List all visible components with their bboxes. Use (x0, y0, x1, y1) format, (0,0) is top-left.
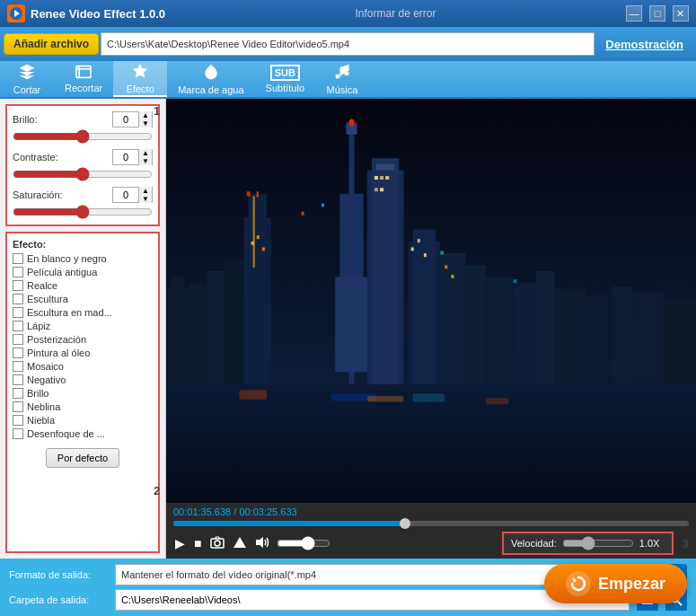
svg-rect-33 (440, 253, 465, 384)
brightness-label: Brillo: (13, 114, 38, 125)
svg-rect-11 (189, 283, 207, 384)
contrast-spinner[interactable]: ▲ ▼ (112, 149, 153, 165)
playback-section: 00:01:35.638 / 00:03:25.633 ▶ ■ (166, 503, 696, 559)
start-button[interactable]: Empezar (544, 564, 687, 603)
effect-item-desenfoque[interactable]: Desenfoque de ... (13, 428, 153, 439)
saturation-value[interactable] (113, 189, 138, 200)
expand-button[interactable] (232, 534, 248, 552)
saturation-spinner[interactable]: ▲ ▼ (112, 187, 153, 203)
tab-efecto[interactable]: Efecto (113, 61, 167, 97)
saturation-up-arrow[interactable]: ▲ (139, 187, 152, 195)
effect-item-niebla[interactable]: Niebla (13, 415, 153, 426)
effects-box: Efecto: En blanco y negro Película antig… (5, 232, 160, 553)
start-icon (566, 571, 591, 596)
effect-checkbox-bw[interactable] (13, 253, 23, 264)
tab-subtitulo-label: Subtítulo (266, 83, 304, 93)
tab-recortar[interactable]: Recortar (54, 61, 113, 97)
close-button[interactable]: ✕ (673, 5, 689, 22)
effect-label-pintura: Pintura al óleo (27, 348, 90, 358)
maximize-button[interactable]: □ (649, 5, 665, 22)
effect-checkbox-negativo[interactable] (13, 374, 23, 385)
contrast-down-arrow[interactable]: ▼ (139, 157, 152, 165)
effect-label-realce: Realce (27, 280, 57, 291)
brightness-spinner[interactable]: ▲ ▼ (112, 111, 153, 128)
effect-checkbox-realce[interactable] (13, 280, 23, 291)
tab-efecto-label: Efecto (127, 84, 154, 94)
contrast-slider[interactable] (13, 167, 153, 181)
brightness-down-arrow[interactable]: ▼ (139, 119, 152, 128)
effect-label-escultura-mad: Escultura en mad... (27, 307, 112, 318)
add-file-button[interactable]: Añadir archivo (4, 33, 99, 55)
svg-rect-28 (385, 176, 389, 180)
total-time: 00:03:25.633 (239, 506, 296, 517)
saturation-down-arrow[interactable]: ▼ (139, 195, 152, 203)
minimize-button[interactable]: — (626, 5, 642, 22)
tab-marca-agua[interactable]: Marca de agua (167, 61, 254, 97)
effect-checkbox-pelicula[interactable] (13, 267, 23, 277)
video-preview-area (166, 99, 696, 503)
svg-rect-41 (632, 291, 665, 383)
effect-checkbox-brillo[interactable] (13, 388, 23, 399)
effect-item-negativo[interactable]: Negativo (13, 374, 153, 385)
effect-checkbox-escultura-mad[interactable] (13, 307, 23, 318)
tab-cortar[interactable]: Cortar (0, 61, 54, 97)
effect-checkbox-escultura[interactable] (13, 294, 23, 304)
format-label: Formato de salida: (9, 569, 108, 580)
effect-checkbox-desenfoque[interactable] (13, 428, 23, 439)
effect-item-realce[interactable]: Realce (13, 280, 153, 291)
screenshot-button[interactable] (208, 534, 226, 553)
volume-slider[interactable] (277, 536, 330, 550)
tab-musica[interactable]: Música (315, 61, 369, 97)
effect-item-bw[interactable]: En blanco y negro (13, 253, 153, 264)
svg-rect-30 (380, 188, 383, 191)
brightness-slider[interactable] (13, 129, 153, 144)
watermark-icon (202, 63, 220, 83)
svg-point-56 (349, 119, 353, 124)
svg-marker-64 (233, 537, 246, 548)
title-bar: Renee Video Effect 1.0.0 Informar de err… (0, 0, 696, 27)
svg-rect-57 (247, 191, 251, 196)
effect-item-posterizacion[interactable]: Posterización (13, 334, 153, 345)
file-path-input[interactable] (101, 32, 595, 56)
default-button[interactable]: Por defecto (46, 448, 119, 468)
contrast-value[interactable] (113, 152, 138, 163)
app-icon (7, 4, 25, 22)
effect-item-brillo[interactable]: Brillo (13, 388, 153, 399)
brightness-value[interactable] (113, 114, 138, 125)
effect-checkbox-niebla[interactable] (13, 415, 23, 426)
brightness-up-arrow[interactable]: ▲ (139, 111, 152, 119)
effect-checkbox-posterizacion[interactable] (13, 334, 23, 345)
effect-checkbox-lapiz[interactable] (13, 321, 23, 331)
speed-slider[interactable] (562, 536, 634, 550)
effect-checkbox-mosaico[interactable] (13, 361, 23, 372)
play-button[interactable]: ▶ (173, 534, 187, 552)
stop-button[interactable]: ■ (192, 534, 203, 552)
svg-rect-51 (239, 390, 267, 400)
effect-item-pintura[interactable]: Pintura al óleo (13, 348, 153, 358)
effect-item-lapiz[interactable]: Lápiz (13, 321, 153, 331)
effect-item-neblina[interactable]: Neblina (13, 401, 153, 412)
saturation-row: Saturación: ▲ ▼ (13, 187, 153, 219)
format-selector[interactable]: Mantener el formato del vídeo original(*… (115, 564, 587, 585)
effect-label-mosaico: Mosaico (27, 361, 64, 372)
saturation-slider[interactable] (13, 205, 153, 219)
crop-icon (75, 65, 93, 81)
controls-row: ▶ ■ Velocidad: (173, 532, 689, 555)
timeline-bar[interactable] (173, 521, 689, 526)
volume-button[interactable] (253, 534, 271, 553)
effect-item-mosaico[interactable]: Mosaico (13, 361, 153, 372)
svg-rect-59 (322, 203, 324, 207)
effect-item-pelicula[interactable]: Película antigua (13, 267, 153, 277)
demo-link[interactable]: Demostración (596, 38, 692, 51)
timeline-thumb[interactable] (400, 518, 410, 529)
effect-checkbox-neblina[interactable] (13, 401, 23, 412)
video-frame (166, 99, 696, 503)
svg-rect-42 (664, 298, 696, 383)
tab-subtitulo[interactable]: SUB Subtítulo (255, 61, 315, 97)
effect-checkbox-pintura[interactable] (13, 348, 23, 358)
section-number-1: 1 (154, 104, 160, 118)
contrast-up-arrow[interactable]: ▲ (139, 149, 152, 157)
error-report[interactable]: Informar de error (356, 7, 436, 20)
effect-item-escultura-mad[interactable]: Escultura en mad... (13, 307, 153, 318)
effect-item-escultura[interactable]: Escultura (13, 294, 153, 304)
